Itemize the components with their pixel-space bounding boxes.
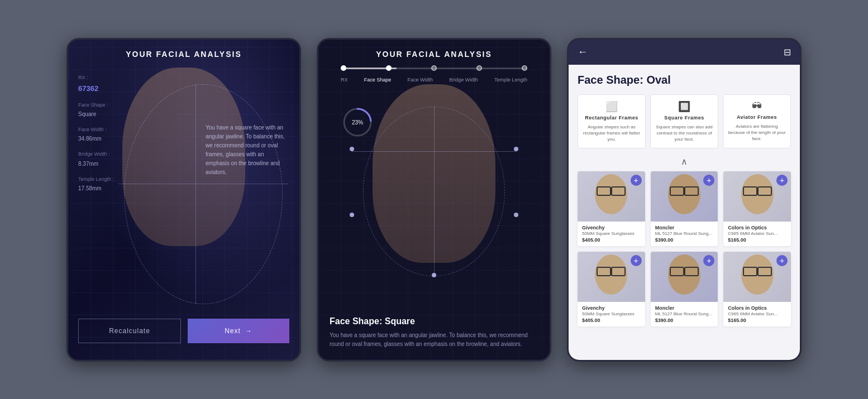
name-2: ML 5127 Blue Round Sung... — [655, 231, 714, 236]
brand-4: Givenchy — [582, 305, 641, 311]
face-width-value: 34.86mm — [78, 134, 114, 144]
topbar: ← ⊟ — [569, 40, 800, 65]
add-product-3[interactable]: + — [776, 175, 788, 186]
price-5: $390.00 — [655, 318, 714, 323]
price-4: $405.00 — [582, 318, 641, 323]
add-product-4[interactable]: + — [631, 255, 642, 266]
next-button[interactable]: Next → — [188, 319, 289, 343]
face-shape-title-3: Face Shape: Oval — [578, 74, 791, 86]
circular-progress: 23% — [341, 105, 374, 139]
product-info-5: Moncler ML 5127 Blue Round Sung... $390.… — [651, 302, 718, 326]
tablet3-scroll-area[interactable]: ← ⊟ Face Shape: Oval ⬜ Rectangular Frame… — [569, 40, 800, 360]
tablet1-buttons: Recalculate Next → — [78, 319, 289, 343]
rectangular-icon: ⬜ — [583, 100, 641, 113]
product-card-6: + Colors in Optics C965 6MM Aviator Sun.… — [723, 252, 791, 326]
price-3: $165.00 — [728, 237, 786, 243]
add-product-6[interactable]: + — [776, 255, 788, 266]
temple-length-value: 17.58mm — [78, 184, 114, 194]
recalculate-button[interactable]: Recalculate — [78, 319, 181, 343]
product-info-6: Colors in Optics C965 6MM Aviator Sun...… — [723, 302, 791, 326]
progress-dot-2 — [386, 65, 392, 71]
collapse-button[interactable]: ∧ — [578, 156, 791, 167]
face-shape-desc-2: You have a square face with an angular j… — [330, 331, 538, 349]
square-name: Square Frames — [655, 115, 713, 121]
product-info-4: Givenchy 50MM Square Sunglasses $405.00 — [578, 302, 645, 326]
measure-dot-5 — [432, 273, 436, 277]
tablet-1: YOUR FACIAL ANALYSIS RX : 67362 Face Sha… — [66, 38, 301, 362]
price-6: $165.00 — [728, 318, 786, 323]
frame-type-rectangular: ⬜ Rectangular Frames Angular shapes such… — [578, 94, 646, 149]
tablet1-description: You have a square face with an angular j… — [206, 123, 289, 177]
progress-bar: RX Face Shape Face Width Bridge Width Te… — [341, 68, 527, 83]
face-shape-label: Face Shape : — [78, 100, 114, 109]
products-grid: + Givenchy 50MM Square Sunglasses $405.0… — [578, 171, 791, 326]
product-info-1: Givenchy 50MM Square Sunglasses $405.00 — [578, 222, 645, 246]
rx-label: RX : — [78, 73, 114, 82]
face-shape-value: Square — [78, 109, 114, 119]
name-3: C965 6MM Aviator Sun... — [728, 231, 786, 236]
temple-length-label: Temple Length : — [78, 175, 114, 184]
tablet1-title: YOUR FACIAL ANALYSIS — [68, 50, 299, 59]
face-oval — [124, 84, 283, 304]
name-5: ML 5127 Blue Round Sung... — [655, 311, 714, 316]
aviator-icon: 🕶 — [728, 100, 786, 112]
aviator-desc: Aviators are flattering because of the l… — [728, 123, 786, 142]
crosshair-horizontal — [118, 184, 288, 184]
brand-6: Colors in Optics — [728, 305, 786, 311]
product-face-5 — [665, 254, 704, 299]
progress-dots — [341, 65, 527, 71]
face-oval-p4 — [595, 254, 627, 295]
tablet-3: ← ⊟ Face Shape: Oval ⬜ Rectangular Frame… — [567, 38, 802, 362]
rectangular-desc: Angular shapes such as rectangular frame… — [583, 124, 641, 143]
step-face-shape: Face Shape — [364, 77, 392, 83]
name-1: 50MM Square Sunglasses — [582, 231, 641, 236]
arrow-icon: → — [245, 327, 252, 335]
price-1: $405.00 — [582, 237, 641, 243]
brand-2: Moncler — [655, 225, 714, 230]
progress-labels: RX Face Shape Face Width Bridge Width Te… — [341, 77, 527, 83]
step-face-width: Face Width — [407, 77, 433, 83]
screen-container: YOUR FACIAL ANALYSIS RX : 67362 Face Sha… — [66, 38, 802, 362]
product-card-4: + Givenchy 50MM Square Sunglasses $405.0… — [578, 252, 645, 326]
product-face-1 — [592, 174, 631, 219]
bridge-width-label: Bridge Width : — [78, 150, 114, 158]
tablet1-data-panel: RX : 67362 Face Shape : Square Face Widt… — [78, 73, 114, 194]
product-face-2 — [665, 174, 704, 219]
product-info-3: Colors in Optics C965 6MM Aviator Sun...… — [723, 222, 791, 246]
progress-track — [341, 68, 527, 69]
brand-3: Colors in Optics — [728, 225, 786, 230]
measure-dot-2 — [514, 147, 518, 151]
measure-dot-3 — [350, 213, 354, 217]
glasses-p2 — [670, 186, 699, 194]
product-info-2: Moncler ML 5127 Blue Round Sung... $390.… — [651, 222, 718, 246]
name-4: 50MM Square Sunglasses — [582, 311, 641, 316]
bridge-width-value: 8.37mm — [78, 159, 114, 169]
name-6: C965 6MM Aviator Sun... — [728, 311, 786, 316]
square-desc: Square shapes can also add contrast to t… — [655, 124, 713, 143]
glasses-p6 — [743, 267, 772, 275]
step-rx: RX — [341, 77, 348, 83]
back-button[interactable]: ← — [578, 46, 588, 58]
add-product-1[interactable]: + — [631, 175, 642, 186]
frame-type-aviator: 🕶 Aviator Frames Aviators are flattering… — [723, 94, 791, 149]
product-face-3 — [738, 174, 777, 219]
next-label: Next — [225, 327, 241, 335]
tablet2-title: YOUR FACIAL ANALYSIS — [318, 50, 550, 59]
glasses-p5 — [670, 267, 699, 275]
tablet-2: YOUR FACIAL ANALYSIS RX Face Shape — [317, 38, 551, 362]
progress-dot-5 — [522, 65, 527, 71]
aviator-name: Aviator Frames — [728, 114, 786, 120]
face-shape-title-2: Face Shape: Square — [330, 316, 538, 326]
tablet3-content: Face Shape: Oval ⬜ Rectangular Frames An… — [569, 65, 800, 360]
product-card-1: + Givenchy 50MM Square Sunglasses $405.0… — [578, 171, 645, 246]
product-face-6 — [738, 254, 777, 299]
measure-dot-1 — [350, 147, 354, 151]
brand-5: Moncler — [655, 305, 714, 311]
filter-button[interactable]: ⊟ — [784, 47, 791, 57]
product-card-2: + Moncler ML 5127 Blue Round Sung... $39… — [651, 171, 718, 246]
face-oval-p6 — [741, 254, 774, 295]
face-oval-p3 — [741, 174, 774, 214]
face-oval-p5 — [668, 254, 700, 295]
frame-type-square: 🔲 Square Frames Square shapes can also a… — [650, 94, 718, 149]
progress-dot-3 — [431, 65, 437, 71]
